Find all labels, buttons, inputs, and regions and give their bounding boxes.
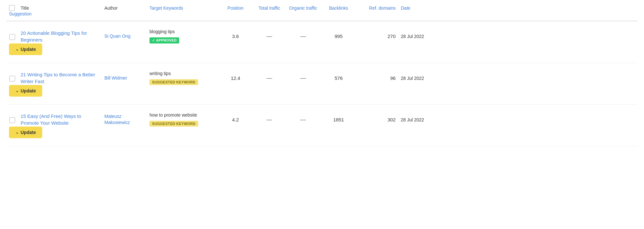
row1-total-traffic-cell: —	[253, 33, 285, 40]
row1-chevron-icon: ⌄	[15, 47, 19, 52]
row1-checkbox-cell	[6, 33, 18, 40]
row3-update-label: Update	[21, 130, 36, 135]
row2-checkbox-cell	[6, 74, 18, 81]
header-suggestion: Suggestion	[6, 11, 18, 17]
header-total-traffic: Total traffic	[253, 5, 285, 11]
row2-total-traffic: —	[266, 75, 272, 81]
row1-keyword-cell: blogging tips ✓ APPROVED	[147, 29, 218, 43]
row3-author-cell: Mateusz Makosiewicz	[102, 113, 147, 126]
row1-backlinks-cell: 995	[321, 33, 356, 39]
row3-position: 4.2	[232, 117, 239, 122]
row1-ref-domains-cell: 270	[356, 33, 398, 39]
row3-ref-domains-cell: 302	[356, 117, 398, 122]
row2-title-cell: 21 Writing Tips to Become a Better Write…	[18, 71, 102, 85]
row1-keyword-badge: ✓ APPROVED	[149, 37, 179, 43]
row2-position-cell: 12.4	[218, 75, 253, 81]
header-backlinks: Backlinks	[321, 5, 356, 11]
row2-ref-domains: 96	[390, 75, 396, 81]
row3-organic-traffic-cell: —	[285, 116, 321, 123]
row1-checkbox[interactable]	[9, 34, 15, 40]
row3-keyword-inner: how to promote website SUGGESTED KEYWORD	[149, 112, 215, 127]
row2-date: 28 Jul 2022	[401, 76, 424, 81]
row2-backlinks: 576	[334, 75, 342, 81]
row2-update-button[interactable]: ⌄ Update	[9, 85, 42, 97]
row1-position: 3.6	[232, 33, 239, 39]
header-date: Date	[398, 5, 450, 11]
row2-keyword-text: writing tips	[149, 71, 171, 76]
row2-update-label: Update	[21, 88, 36, 93]
row1-update-label: Update	[21, 47, 36, 52]
row1-title-cell: 20 Actionable Blogging Tips for Beginner…	[18, 30, 102, 43]
row3-date-cell: 28 Jul 2022	[398, 117, 450, 122]
row3-chevron-icon: ⌄	[15, 130, 19, 135]
header-checkbox	[6, 5, 18, 11]
row2-ref-domains-cell: 96	[356, 75, 398, 81]
row3-total-traffic: —	[266, 116, 272, 123]
row2-author: Bill Widmer	[104, 75, 127, 81]
row2-keyword-cell: writing tips SUGGESTED KEYWORD	[147, 71, 218, 85]
row3-total-traffic-cell: —	[253, 116, 285, 123]
row2-backlinks-cell: 576	[321, 75, 356, 81]
row2-total-traffic-cell: —	[253, 75, 285, 81]
row3-ref-domains: 302	[388, 117, 396, 122]
row3-suggestion-cell: ⌄ Update	[6, 127, 18, 138]
row1-total-traffic: —	[266, 33, 272, 39]
header-title: Title	[18, 5, 102, 11]
row1-date-cell: 28 Jul 2022	[398, 33, 450, 39]
row2-author-cell: Bill Widmer	[102, 75, 147, 81]
row1-date: 28 Jul 2022	[401, 34, 424, 39]
row2-organic-traffic: —	[300, 75, 306, 81]
row2-organic-traffic-cell: —	[285, 75, 321, 81]
content-table: Title Author Target Keywords Position To…	[0, 0, 644, 229]
row1-organic-traffic-cell: —	[285, 33, 321, 40]
row1-backlinks: 995	[334, 33, 342, 39]
row2-keyword-inner: writing tips SUGGESTED KEYWORD	[149, 71, 215, 85]
row1-keyword-text: blogging tips	[149, 29, 175, 34]
row1-title-link[interactable]: 20 Actionable Blogging Tips for Beginner…	[21, 30, 87, 43]
header-target-keywords: Target Keywords	[147, 5, 218, 11]
row2-checkbox[interactable]	[9, 76, 15, 81]
header-author: Author	[102, 5, 147, 11]
row3-keyword-text: how to promote website	[149, 112, 197, 118]
table-header: Title Author Target Keywords Position To…	[6, 0, 638, 21]
row3-title-link[interactable]: 15 Easy (And Free) Ways to Promote Your …	[21, 113, 81, 126]
row2-position: 12.4	[231, 75, 240, 81]
header-organic-traffic: Organic traffic	[285, 5, 321, 11]
row3-keyword-badge: SUGGESTED KEYWORD	[149, 121, 198, 127]
table-row: 20 Actionable Blogging Tips for Beginner…	[6, 21, 638, 63]
row3-backlinks: 1851	[333, 117, 344, 122]
row3-update-button[interactable]: ⌄ Update	[9, 127, 42, 138]
table-row: 21 Writing Tips to Become a Better Write…	[6, 63, 638, 105]
row3-backlinks-cell: 1851	[321, 117, 356, 122]
row2-keyword-badge: SUGGESTED KEYWORD	[149, 79, 198, 85]
header-ref-domains: Ref. domains	[356, 5, 398, 11]
row3-checkbox-cell	[6, 116, 18, 123]
row3-title-cell: 15 Easy (And Free) Ways to Promote Your …	[18, 113, 102, 126]
row1-position-cell: 3.6	[218, 33, 253, 39]
row2-suggestion-cell: ⌄ Update	[6, 85, 18, 97]
row1-organic-traffic: —	[300, 33, 306, 39]
header-position: Position	[218, 5, 253, 11]
row2-date-cell: 28 Jul 2022	[398, 75, 450, 81]
header-checkbox-input[interactable]	[9, 5, 15, 11]
row3-organic-traffic: —	[300, 116, 306, 123]
row3-position-cell: 4.2	[218, 117, 253, 122]
row2-title-link[interactable]: 21 Writing Tips to Become a Better Write…	[21, 72, 95, 84]
row1-ref-domains: 270	[388, 33, 396, 39]
row1-keyword-inner: blogging tips ✓ APPROVED	[149, 29, 215, 43]
table-row: 15 Easy (And Free) Ways to Promote Your …	[6, 105, 638, 146]
row3-author: Mateusz Makosiewicz	[104, 114, 130, 125]
row1-suggestion-cell: ⌄ Update	[6, 43, 18, 55]
row1-author-cell: Si Quan Ong	[102, 33, 147, 40]
row1-author: Si Quan Ong	[104, 33, 130, 39]
row3-checkbox[interactable]	[9, 117, 15, 123]
row3-date: 28 Jul 2022	[401, 117, 424, 122]
row1-update-button[interactable]: ⌄ Update	[9, 43, 42, 55]
row3-keyword-cell: how to promote website SUGGESTED KEYWORD	[147, 112, 218, 127]
row2-chevron-icon: ⌄	[15, 89, 19, 93]
